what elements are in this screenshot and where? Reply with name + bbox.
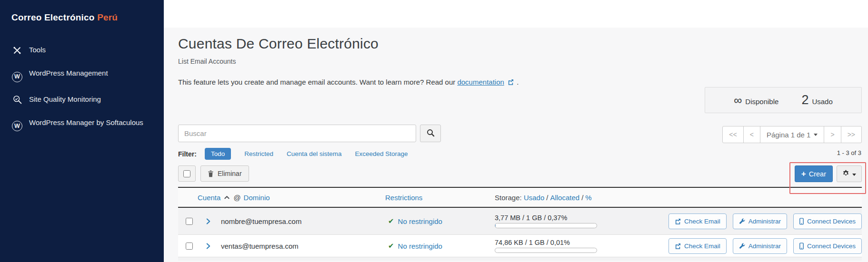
- restrictions-column-header: Restrictions: [385, 194, 495, 202]
- sort-ascending-icon: [224, 195, 229, 199]
- pagination-prev-button[interactable]: <: [743, 126, 760, 143]
- wrench-icon: [739, 218, 745, 224]
- connect-devices-label: Connect Devices: [807, 243, 856, 250]
- sidebar-item-site-quality[interactable]: Site Quality Monitoring: [11, 87, 152, 111]
- external-link-icon: [675, 218, 681, 224]
- expand-row-icon[interactable]: [206, 243, 221, 249]
- available-stat: ∞Disponible: [734, 94, 778, 107]
- filter-label: Filter:: [178, 150, 197, 158]
- email-accounts-table: Cuenta @ Dominio Restrictions Storage: U…: [178, 187, 862, 261]
- email-accounts-page: Correo Electrónico Perú Tools WWordPress…: [0, 0, 868, 262]
- pagination-next-button[interactable]: >: [824, 126, 841, 143]
- sidebar-item-wordpress-management[interactable]: WWordPress Management: [11, 61, 152, 87]
- manage-button[interactable]: Administrar: [733, 213, 787, 229]
- gear-icon: [842, 170, 849, 178]
- sort-by-domain-link[interactable]: Dominio: [244, 194, 270, 202]
- filter-exceeded-storage[interactable]: Exceeded Storage: [355, 150, 408, 157]
- sort-by-allocated-link[interactable]: Allocated: [550, 194, 579, 202]
- sort-by-restrictions-link[interactable]: Restrictions: [385, 194, 422, 202]
- description-suffix: .: [517, 78, 519, 86]
- filter-todo[interactable]: Todo: [205, 148, 231, 160]
- filter-restricted[interactable]: Restricted: [244, 150, 273, 157]
- storage-text: 3,77 MB / 1 GB / 0,37%: [495, 214, 652, 222]
- search-input[interactable]: [178, 125, 416, 142]
- filter-system-account[interactable]: Cuenta del sistema: [287, 150, 342, 157]
- page-title: Cuentas De Correo Electrónico: [178, 36, 862, 52]
- create-actions: + Crear: [795, 165, 862, 182]
- separator: /: [581, 194, 583, 202]
- search-row: [178, 125, 441, 142]
- row-actions: Check Email Administrar Connect Devices: [652, 213, 862, 229]
- sidebar-item-tools[interactable]: Tools: [11, 38, 152, 61]
- plus-icon: +: [801, 170, 806, 178]
- pagination-last-button[interactable]: >>: [841, 126, 862, 143]
- tools-icon: [11, 45, 23, 56]
- connect-devices-button[interactable]: Connect Devices: [793, 238, 862, 254]
- main-content: Cuentas De Correo Electrónico List Email…: [164, 28, 868, 262]
- storage-column-header: Storage: Usado/Allocated/%: [495, 194, 652, 202]
- at-symbol: @: [233, 194, 240, 202]
- account-email: ventas@tuempresa.com: [221, 242, 385, 250]
- pagination-page-label: Página 1 de 1: [767, 131, 811, 139]
- used-value: 2: [801, 93, 808, 107]
- account-email: nombre@tuempresa.com: [221, 217, 385, 225]
- storage-meter: [495, 248, 597, 253]
- connect-devices-label: Connect Devices: [807, 218, 856, 225]
- check-email-button[interactable]: Check Email: [668, 238, 727, 254]
- page-subtitle: List Email Accounts: [178, 58, 862, 65]
- row-checkbox[interactable]: [186, 243, 193, 250]
- usage-summary-box: ∞Disponible 2Usado: [705, 87, 862, 113]
- select-all-button[interactable]: [178, 165, 196, 182]
- select-all-checkbox[interactable]: [183, 170, 190, 177]
- top-bar: [164, 0, 868, 28]
- row-checkbox[interactable]: [186, 218, 193, 225]
- expand-row-icon[interactable]: [206, 218, 221, 224]
- mobile-device-icon: [799, 218, 804, 225]
- description-text: This feature lets you create and manage …: [178, 78, 457, 86]
- storage-meter: [495, 223, 597, 228]
- manage-label: Administrar: [748, 243, 781, 250]
- wrench-icon: [739, 243, 745, 249]
- create-button[interactable]: + Crear: [795, 165, 833, 182]
- sidebar-item-label: Site Quality Monitoring: [29, 95, 101, 103]
- used-stat: 2Usado: [801, 93, 832, 107]
- sidebar-item-label: Tools: [29, 46, 46, 54]
- pagination-page-select[interactable]: Página 1 de 1: [760, 126, 825, 143]
- delete-button[interactable]: Eliminar: [200, 165, 249, 182]
- check-email-button[interactable]: Check Email: [668, 213, 727, 229]
- sort-by-account-link[interactable]: Cuenta: [198, 194, 220, 202]
- site-quality-monitoring-icon: [11, 94, 23, 105]
- brand-accent: Perú: [97, 12, 118, 22]
- documentation-link[interactable]: documentation: [457, 78, 504, 86]
- infinity-icon: ∞: [734, 94, 742, 107]
- available-label: Disponible: [745, 97, 778, 106]
- table-row: nombre@tuempresa.com ✔ No restringido 3,…: [178, 208, 862, 234]
- row-actions: Check Email Administrar Connect Devices: [652, 238, 862, 254]
- sidebar-item-wordpress-manager[interactable]: WWordPress Manager by Softaculous: [11, 111, 152, 137]
- manage-button[interactable]: Administrar: [733, 238, 787, 254]
- filter-row: Filter: Todo Restricted Cuenta del siste…: [178, 148, 408, 160]
- sort-by-percent-link[interactable]: %: [585, 194, 591, 202]
- wordpress-icon: W: [11, 120, 23, 132]
- mobile-device-icon: [799, 243, 804, 250]
- caret-down-icon: [852, 170, 856, 177]
- connect-devices-button[interactable]: Connect Devices: [793, 213, 862, 229]
- pagination-first-button[interactable]: <<: [722, 126, 743, 143]
- manage-label: Administrar: [748, 218, 781, 225]
- restriction-status: ✔ No restringido: [385, 217, 495, 225]
- wordpress-icon: W: [11, 71, 23, 83]
- sidebar-item-label: WordPress Manager by Softaculous: [29, 118, 143, 126]
- search-button[interactable]: [420, 125, 441, 142]
- check-icon: ✔: [388, 242, 394, 250]
- external-link-icon: [675, 243, 681, 249]
- used-label: Usado: [812, 97, 832, 106]
- storage-usage: 3,77 MB / 1 GB / 0,37%: [495, 214, 652, 228]
- table-row: ventas@tuempresa.com ✔ No restringido 74…: [178, 234, 862, 257]
- storage-label: Storage:: [495, 194, 522, 202]
- sort-by-used-link[interactable]: Usado: [524, 194, 544, 202]
- external-link-icon: [506, 78, 516, 87]
- settings-dropdown-button[interactable]: [837, 165, 862, 182]
- check-email-label: Check Email: [684, 218, 720, 225]
- brand-main: Correo Electrónico: [11, 12, 95, 22]
- delete-label: Eliminar: [218, 170, 242, 177]
